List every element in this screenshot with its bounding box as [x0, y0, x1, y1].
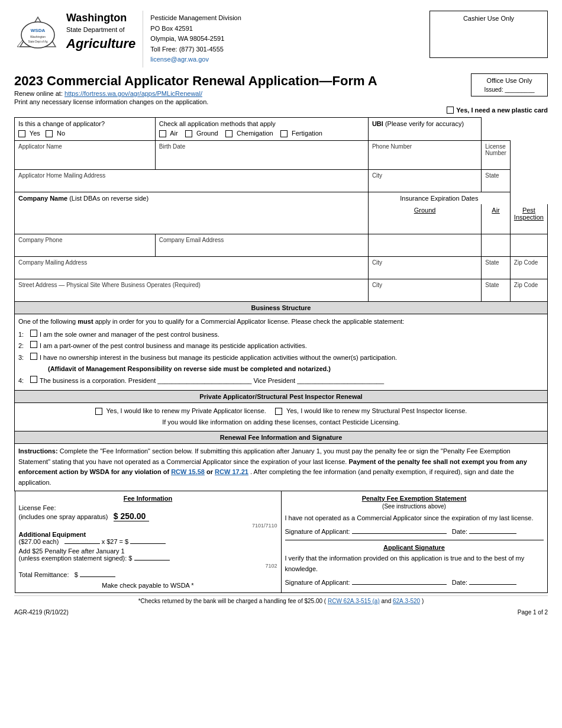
penalty-amount[interactable]	[134, 560, 170, 561]
office-use-label: Office Use Only	[477, 77, 541, 84]
title-section: 2023 Commercial Applicator Renewal Appli…	[14, 73, 548, 114]
pest-inspector-checkbox[interactable]	[275, 408, 282, 415]
biz-item2-text: I am a part-owner of the pest control bu…	[40, 341, 307, 352]
includes-row: (includes one spray apparatus) $ 250.00	[19, 511, 277, 521]
cell-company-mailing: Company Mailing Address	[15, 256, 369, 279]
biz-item4-checkbox[interactable]	[30, 376, 37, 383]
applicator-name-label: Applicator Name	[18, 143, 151, 150]
date-line-2[interactable]	[469, 584, 516, 585]
signature-line-2[interactable]	[352, 584, 447, 585]
email-link[interactable]: license@agr.wa.gov	[150, 54, 422, 65]
row-private-content: Yes, I would like to renew my Private Ap…	[15, 402, 548, 431]
cell-street-state: State	[482, 279, 511, 301]
header: WSDA Washington State Dept of Ag Washing…	[14, 11, 548, 67]
cell-air-val[interactable]	[482, 234, 511, 256]
biz-item2-checkbox[interactable]	[30, 341, 37, 348]
phone-label: Phone Number	[372, 143, 477, 150]
cell-ground-val[interactable]	[368, 234, 481, 256]
pest-inspection-col-value[interactable]	[514, 221, 544, 231]
row-biz-header: Business Structure	[15, 301, 548, 314]
business-structure-header: Business Structure	[15, 301, 548, 314]
plastic-card-label: Yes, I need a new plastic card	[456, 107, 548, 114]
sig-line1-row: Signature of Applicant: Date:	[285, 528, 544, 535]
additional-equip-total[interactable]	[130, 543, 166, 544]
state-value[interactable]	[485, 179, 506, 189]
change-no-checkbox[interactable]	[46, 130, 53, 137]
private-applicator-checkbox[interactable]	[95, 408, 102, 415]
fertigation-checkbox[interactable]	[280, 130, 288, 137]
row-company-insurance: Company Name (List DBAs on reverse side)…	[15, 192, 548, 204]
street-address-value[interactable]	[18, 288, 364, 299]
air-checkbox[interactable]	[159, 130, 166, 137]
air-col-label: Air	[492, 207, 499, 214]
ground-checkbox[interactable]	[185, 130, 192, 137]
biz-intro: One of the following must apply in order…	[18, 317, 544, 327]
plastic-card-checkbox[interactable]	[447, 107, 454, 114]
row-biz-content: One of the following must apply in order…	[15, 314, 548, 390]
fee-section-container: Fee Information License Fee: (includes o…	[15, 491, 548, 593]
total-remittance-value[interactable]	[80, 576, 115, 577]
cashier-label: Cashier Use Only	[463, 15, 514, 22]
cell-applicator-name: Applicator Name	[15, 140, 156, 169]
fee-code2-row: 7102	[19, 562, 277, 569]
page-number: Page 1 of 2	[518, 609, 548, 616]
fee-code1: 7101/7110	[19, 521, 277, 529]
penalty-sub: (See instructions above)	[285, 503, 544, 510]
biz-item2-row: 2: I am a part-owner of the pest control…	[18, 341, 544, 352]
company-phone-value[interactable]	[18, 243, 151, 254]
fee-right-panel: Penalty Fee Exemption Statement (See ins…	[282, 491, 547, 592]
penalty-row: Add $25 Penalty Fee after January 1	[19, 547, 277, 555]
cell-pest-val[interactable]	[510, 234, 547, 256]
city-value[interactable]	[372, 179, 477, 189]
print-note: Print any necessary license information …	[14, 98, 471, 105]
company-mailing-label: Company Mailing Address	[18, 259, 364, 266]
per-each-row: ($27.00 each) x $27 = $	[19, 538, 277, 545]
cell-company-email: Company Email Address	[155, 234, 368, 256]
biz-item1-row: 1: I am the sole owner and manager of th…	[18, 330, 544, 340]
rcw-ref2-link[interactable]: 62A.3-520	[393, 598, 420, 604]
main-form-table: Is this a change of applicator? Yes No C…	[14, 117, 548, 593]
date-line-1[interactable]	[469, 533, 516, 534]
additional-equip-qty[interactable]	[64, 543, 100, 544]
applicator-name-value[interactable]	[18, 150, 151, 160]
cell-license: License Number	[482, 140, 511, 169]
cell-company-phone: Company Phone	[15, 234, 156, 256]
city-label: City	[372, 172, 477, 179]
company-name-value[interactable]	[18, 202, 364, 212]
birth-date-value[interactable]	[159, 150, 364, 160]
license-value[interactable]	[485, 156, 506, 167]
company-email-value[interactable]	[159, 243, 364, 254]
svg-text:Washington: Washington	[30, 35, 46, 38]
app-sig-title: Applicant Signature	[285, 544, 544, 551]
company-phone-label: Company Phone	[18, 237, 151, 243]
cell-street-zip: Zip Code	[510, 279, 547, 301]
unless-row: (unless exemption statement signed): $	[19, 555, 277, 562]
renew-link[interactable]: https://fortress.wa.gov/agr/apps/PMLicRe…	[64, 90, 202, 97]
checks-note: *Checks returned by the bank will be cha…	[14, 595, 548, 604]
rcw1-link[interactable]: RCW 15.58	[171, 468, 205, 475]
phone-value[interactable]	[372, 150, 477, 160]
renewal-instructions-cell: Instructions: Complete the "Fee Informat…	[15, 444, 548, 491]
biz-item3-checkbox[interactable]	[30, 353, 37, 360]
biz-item4-row: 4: The business is a corporation. Presid…	[18, 376, 544, 386]
applicant-signature-box: Applicant Signature I verify that the in…	[285, 540, 544, 586]
fee-left-panel: Fee Information License Fee: (includes o…	[15, 491, 282, 592]
cell-street-address: Street Address — Physical Site Where Bus…	[15, 279, 369, 301]
methods-label: Check all application methods that apply	[159, 120, 364, 127]
cell-company-zip: Zip Code	[510, 256, 547, 279]
company-mailing-value[interactable]	[18, 266, 364, 276]
ground-col-value[interactable]	[372, 214, 477, 224]
pest-inspection-col-label: Pest Inspection	[514, 207, 544, 221]
rcw2-link[interactable]: RCW 17.21	[215, 468, 248, 475]
division-text: Pesticide Management Division	[150, 13, 422, 24]
rcw-ref1-link[interactable]: RCW 62A.3-515 (a)	[328, 598, 380, 604]
chemigation-checkbox[interactable]	[225, 130, 232, 137]
mailing-address-value[interactable]	[18, 179, 364, 189]
air-col-value[interactable]	[485, 214, 506, 224]
company-email-label: Company Email Address	[159, 237, 364, 243]
fee-section-cell: Fee Information License Fee: (includes o…	[15, 491, 548, 593]
city-state-text: Olympia, WA 98054-2591	[150, 34, 422, 44]
biz-item1-checkbox[interactable]	[30, 330, 37, 337]
signature-line-1[interactable]	[352, 533, 447, 534]
change-yes-checkbox[interactable]	[18, 130, 25, 137]
